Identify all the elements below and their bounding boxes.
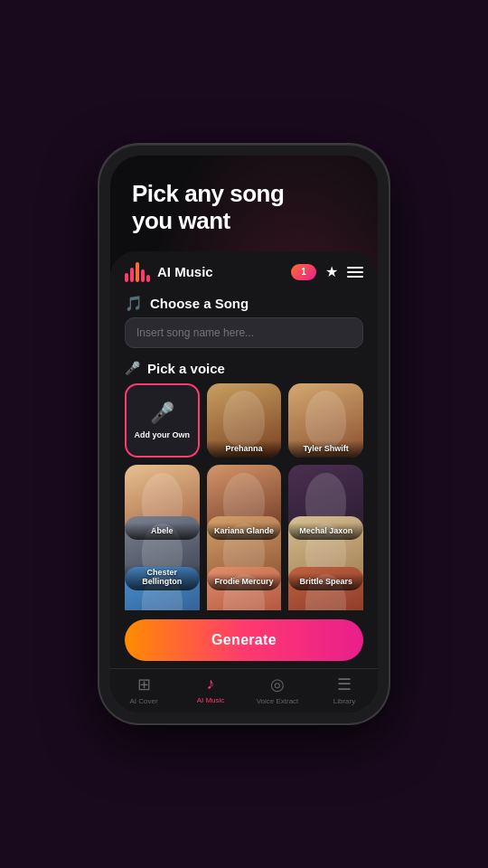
nav-ai-music-label: AI Music: [197, 696, 225, 704]
nav-item-library[interactable]: ☰Library: [311, 675, 378, 705]
nav-item-ai-music[interactable]: ♪AI Music: [177, 675, 244, 705]
voice-card-label: Mechal Jaxon: [288, 523, 363, 540]
pick-voice-label: Pick a voice: [147, 361, 225, 376]
menu-line-1: [347, 267, 363, 269]
pick-voice-section: 🎤 Pick a voice: [110, 357, 378, 383]
app-header: AI Music 1 ★: [110, 251, 378, 289]
generate-button[interactable]: Generate: [125, 619, 363, 661]
add-own-voice-card[interactable]: 🎤 Add your Own: [125, 383, 200, 458]
logo-bar-4: [141, 269, 145, 282]
voice-card-label: Frodie Mercury: [207, 573, 282, 590]
menu-line-3: [347, 276, 363, 278]
notification-badge[interactable]: 1: [291, 264, 316, 280]
voice-card-label: Brittle Spears: [288, 573, 363, 590]
voice-card-tyler[interactable]: Tyler Shwift: [288, 383, 363, 458]
voice-card-label: Abele: [125, 523, 200, 540]
microphone-icon: 🎤: [125, 361, 140, 375]
menu-line-2: [347, 271, 363, 273]
page-headline: Pick any song you want: [132, 181, 356, 235]
logo-icon: [125, 262, 150, 282]
voice-card-label: Kariana Glande: [207, 523, 282, 540]
song-search-input[interactable]: [125, 317, 363, 348]
voice-card-abele[interactable]: Abele: [125, 465, 200, 540]
phone-screen: Pick any song you want AI Music 1 ★: [110, 156, 378, 712]
nav-item-ai-cover[interactable]: ⊞AI Cover: [110, 675, 177, 705]
avatar-silhouette: [223, 391, 264, 447]
logo-bar-2: [130, 268, 134, 282]
avatar-silhouette: [305, 391, 346, 447]
star-button[interactable]: ★: [325, 263, 338, 280]
logo-bar-1: [125, 273, 128, 282]
add-own-label: Add your Own: [135, 430, 191, 439]
app-card: AI Music 1 ★ 🎵 Choose a Song 🎤: [110, 251, 378, 712]
nav-ai-music-icon: ♪: [207, 675, 215, 693]
voice-card-kariana[interactable]: Kariana Glande: [207, 465, 282, 540]
nav-library-icon: ☰: [337, 675, 352, 694]
voice-card-label: Tyler Shwift: [288, 440, 363, 458]
nav-ai-cover-icon: ⊞: [137, 675, 151, 694]
nav-library-label: Library: [333, 697, 355, 705]
app-title: AI Music: [157, 264, 284, 279]
voice-card-prehanna[interactable]: Prehanna: [207, 383, 282, 458]
choose-song-section: 🎵 Choose a Song: [110, 289, 378, 317]
voice-card-mechal[interactable]: Mechal Jaxon: [288, 465, 363, 540]
headline-area: Pick any song you want: [110, 156, 378, 248]
mic-icon: 🎤: [150, 401, 174, 425]
voice-card-label: Chester Bellington: [125, 564, 200, 590]
choose-song-label: Choose a Song: [150, 296, 249, 311]
logo-bar-5: [146, 275, 150, 282]
phone-device: Pick any song you want AI Music 1 ★: [99, 145, 389, 723]
nav-voice-extract-label: Voice Extract: [257, 697, 299, 705]
bottom-navigation: ⊞AI Cover♪AI Music◎Voice Extract☰Library: [110, 668, 378, 712]
badge-count: 1: [301, 267, 306, 277]
voice-card-label: Prehanna: [207, 440, 282, 458]
menu-button[interactable]: [347, 267, 363, 278]
nav-voice-extract-icon: ◎: [270, 675, 285, 694]
voice-grid: 🎤 Add your Own PrehannaTyler ShwiftAbele…: [110, 383, 378, 610]
logo-bar-3: [136, 262, 139, 282]
nav-item-voice-extract[interactable]: ◎Voice Extract: [244, 675, 311, 705]
nav-ai-cover-label: AI Cover: [129, 697, 157, 705]
music-note-icon: 🎵: [125, 295, 143, 312]
